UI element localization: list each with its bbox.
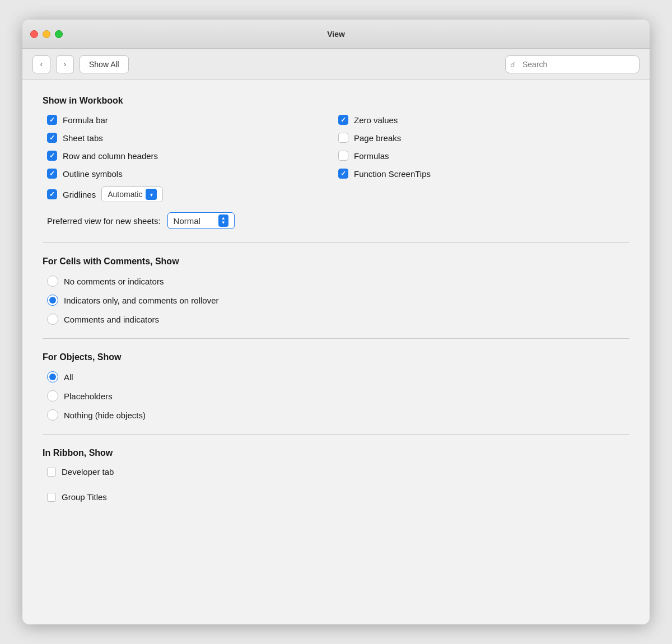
radio-row-comments-and-indicators[interactable]: Comments and indicators [47, 314, 629, 325]
divider-3 [43, 434, 629, 435]
checkbox-row-sheet-tabs: Sheet tabs [47, 133, 338, 143]
gridlines-dropdown-value: Automatic [108, 190, 142, 199]
checkbox-row-zero-values: Zero values [338, 115, 629, 125]
checkbox-row-formula-bar: Formula bar [47, 115, 338, 125]
preferred-view-row: Preferred view for new sheets: Normal ▲ … [47, 212, 629, 229]
label-row-column-headers: Row and column headers [63, 151, 158, 161]
label-outline-symbols: Outline symbols [63, 169, 123, 179]
preferred-view-dropdown[interactable]: Normal ▲ ▼ [167, 212, 235, 229]
minimize-button[interactable] [43, 30, 50, 38]
titlebar: View [22, 20, 650, 49]
checkbox-row-developer-tab: Developer tab [47, 467, 629, 477]
checkbox-row-formulas: Formulas [338, 151, 629, 161]
forward-button[interactable]: › [56, 55, 74, 73]
cells-with-comments-title: For Cells with Comments, Show [43, 256, 629, 267]
back-icon: ‹ [40, 60, 43, 68]
radio-all[interactable] [47, 371, 58, 382]
radio-row-indicators-only[interactable]: Indicators only, and comments on rollove… [47, 295, 629, 306]
traffic-lights [30, 30, 63, 38]
checkbox-page-breaks[interactable] [338, 133, 348, 143]
content-area: Show in Workbook Formula bar Sheet tabs [22, 80, 650, 624]
gridlines-dropdown[interactable]: Automatic ▾ [101, 186, 163, 202]
checkbox-row-group-titles: Group Titles [47, 492, 629, 502]
show-in-workbook-section: Show in Workbook Formula bar Sheet tabs [43, 96, 629, 229]
maximize-button[interactable] [55, 30, 63, 38]
forward-icon: › [64, 60, 66, 68]
checkbox-row-function-screentips: Function ScreenTips [338, 169, 629, 179]
radio-placeholders[interactable] [47, 390, 58, 402]
checkbox-row-page-breaks: Page breaks [338, 133, 629, 143]
left-checkboxes: Formula bar Sheet tabs Row and column he… [47, 115, 338, 210]
radio-nothing[interactable] [47, 409, 58, 421]
search-input[interactable] [505, 55, 640, 73]
checkbox-row-column-headers[interactable] [47, 151, 57, 161]
label-gridlines: Gridlines [63, 190, 96, 199]
checkbox-group-titles[interactable] [47, 493, 56, 502]
checkbox-formula-bar[interactable] [47, 115, 57, 125]
preferred-view-value: Normal [174, 216, 200, 226]
checkbox-function-screentips[interactable] [338, 169, 348, 179]
objects-show-title: For Objects, Show [43, 352, 629, 362]
preferred-view-label: Preferred view for new sheets: [47, 216, 161, 226]
right-checkboxes: Zero values Page breaks Formulas [338, 115, 629, 210]
radio-row-placeholders[interactable]: Placeholders [47, 390, 629, 402]
close-button[interactable] [30, 30, 38, 38]
show-in-workbook-title: Show in Workbook [43, 96, 629, 106]
label-no-comments: No comments or indicators [64, 277, 164, 286]
label-function-screentips: Function ScreenTips [354, 169, 431, 179]
ribbon-show-section: In Ribbon, Show Developer tab Group Titl… [43, 448, 629, 510]
label-indicators-only: Indicators only, and comments on rollove… [64, 296, 219, 305]
label-sheet-tabs: Sheet tabs [63, 133, 103, 143]
label-placeholders: Placeholders [64, 391, 113, 401]
checkbox-outline-symbols[interactable] [47, 169, 57, 179]
search-icon: ☌ [510, 60, 515, 68]
radio-row-nothing[interactable]: Nothing (hide objects) [47, 409, 629, 421]
radio-row-all[interactable]: All [47, 371, 629, 382]
radio-indicators-only[interactable] [47, 295, 58, 306]
objects-show-section: For Objects, Show All Placeholders Nothi… [43, 352, 629, 421]
toolbar: ‹ › Show All ☌ [22, 49, 650, 80]
label-all: All [64, 372, 73, 382]
cells-with-comments-section: For Cells with Comments, Show No comment… [43, 256, 629, 325]
chevron-down-icon: ▼ [221, 221, 226, 225]
checkbox-developer-tab[interactable] [47, 468, 56, 477]
label-developer-tab: Developer tab [62, 467, 114, 477]
label-comments-and-indicators: Comments and indicators [64, 315, 159, 324]
back-button[interactable]: ‹ [32, 55, 50, 73]
checkbox-row-gridlines: Gridlines Automatic ▾ [47, 186, 338, 202]
radio-row-no-comments[interactable]: No comments or indicators [47, 276, 629, 287]
divider-2 [43, 338, 629, 339]
label-formulas: Formulas [354, 151, 389, 161]
window-title: View [327, 30, 345, 39]
radio-comments-and-indicators[interactable] [47, 314, 58, 325]
divider-1 [43, 242, 629, 243]
stepper-arrows-icon: ▲ ▼ [218, 214, 228, 227]
show-all-button[interactable]: Show All [80, 55, 129, 73]
checkbox-row-row-column-headers: Row and column headers [47, 151, 338, 161]
label-nothing: Nothing (hide objects) [64, 410, 146, 420]
checkbox-zero-values[interactable] [338, 115, 348, 125]
checkbox-formulas[interactable] [338, 151, 348, 161]
label-formula-bar: Formula bar [63, 115, 108, 125]
label-group-titles: Group Titles [62, 492, 107, 502]
chevron-down-icon: ▾ [150, 192, 153, 198]
radio-no-comments[interactable] [47, 276, 58, 287]
label-zero-values: Zero values [354, 115, 398, 125]
comments-radio-group: No comments or indicators Indicators onl… [47, 276, 629, 325]
preferences-window: View ‹ › Show All ☌ Show in Workbook [22, 20, 650, 624]
ribbon-show-title: In Ribbon, Show [43, 448, 629, 458]
search-box: ☌ [505, 55, 640, 73]
checkbox-sheet-tabs[interactable] [47, 133, 57, 143]
dropdown-arrow-icon: ▾ [146, 189, 157, 200]
objects-radio-group: All Placeholders Nothing (hide objects) [47, 371, 629, 421]
checkbox-row-outline-symbols: Outline symbols [47, 169, 338, 179]
label-page-breaks: Page breaks [354, 133, 401, 143]
checkbox-gridlines[interactable] [47, 189, 57, 199]
